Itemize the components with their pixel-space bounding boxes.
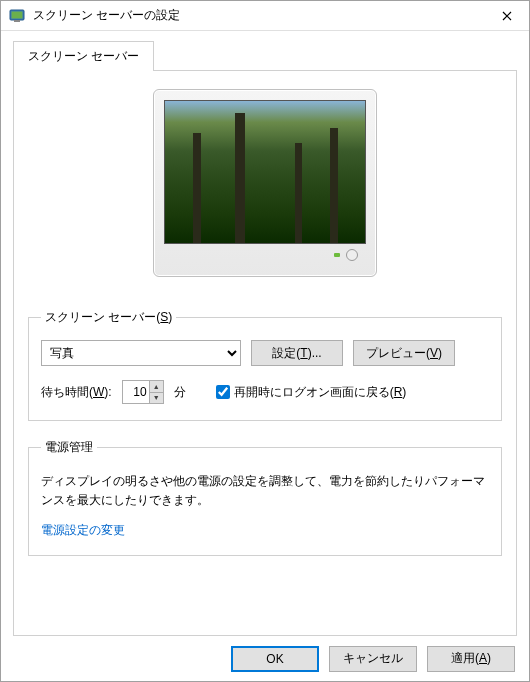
- wait-input[interactable]: [123, 381, 149, 403]
- power-legend: 電源管理: [41, 439, 97, 456]
- power-button-icon: [346, 249, 358, 261]
- content-area: スクリーン セーバー スクリーン セー: [1, 31, 529, 636]
- spinner-down-button[interactable]: ▼: [150, 393, 163, 404]
- ok-button[interactable]: OK: [231, 646, 319, 672]
- wait-spinner[interactable]: ▲ ▼: [122, 380, 164, 404]
- screensaver-select[interactable]: 写真: [41, 340, 241, 366]
- svg-rect-2: [14, 20, 20, 22]
- resume-checkbox-label[interactable]: 再開時にログオン画面に戻る(R): [216, 384, 407, 401]
- svg-rect-1: [12, 11, 23, 18]
- cancel-button[interactable]: キャンセル: [329, 646, 417, 672]
- screensaver-group: スクリーン セーバー(S) 写真 設定(T)... プレビュー(V) 待ち時間(…: [28, 309, 502, 421]
- power-description: ディスプレイの明るさや他の電源の設定を調整して、電力を節約したりパフォーマンスを…: [41, 472, 489, 510]
- window-title: スクリーン セーバーの設定: [33, 7, 484, 24]
- app-icon: [9, 8, 25, 24]
- change-power-settings-link[interactable]: 電源設定の変更: [41, 523, 125, 537]
- resume-checkbox[interactable]: [216, 385, 230, 399]
- apply-button[interactable]: 適用(A): [427, 646, 515, 672]
- screensaver-settings-window: スクリーン セーバーの設定 スクリーン セーバー: [0, 0, 530, 682]
- screensaver-legend: スクリーン セーバー(S): [41, 309, 176, 326]
- tab-body: スクリーン セーバー(S) 写真 設定(T)... プレビュー(V) 待ち時間(…: [13, 71, 517, 636]
- preview-button[interactable]: プレビュー(V): [353, 340, 455, 366]
- wait-label: 待ち時間(W):: [41, 384, 112, 401]
- settings-button[interactable]: 設定(T)...: [251, 340, 343, 366]
- monitor-bezel-bar: [164, 244, 366, 266]
- power-led-icon: [334, 253, 340, 257]
- tab-strip: スクリーン セーバー: [13, 41, 517, 71]
- close-icon: [502, 11, 512, 21]
- power-group: 電源管理 ディスプレイの明るさや他の電源の設定を調整して、電力を節約したりパフォ…: [28, 439, 502, 556]
- titlebar: スクリーン セーバーの設定: [1, 1, 529, 31]
- monitor-screen-preview: [164, 100, 366, 244]
- spinner-up-button[interactable]: ▲: [150, 381, 163, 393]
- dialog-footer: OK キャンセル 適用(A): [1, 636, 529, 681]
- monitor-frame: [153, 89, 377, 277]
- preview-area: [28, 89, 502, 277]
- wait-unit: 分: [174, 384, 186, 401]
- close-button[interactable]: [484, 2, 529, 30]
- tab-screensaver[interactable]: スクリーン セーバー: [13, 41, 154, 71]
